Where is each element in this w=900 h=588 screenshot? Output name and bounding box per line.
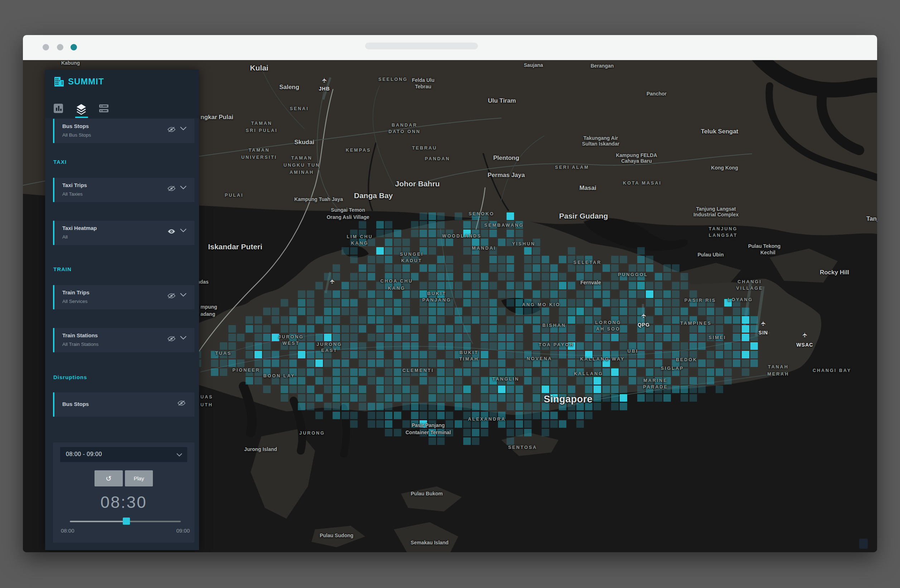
map-label: TAMAN <box>248 148 270 153</box>
layer-subtitle: All Train Stations <box>62 342 98 347</box>
map-label: KALLANG WAY <box>580 357 625 362</box>
layer-card-taxi-trips[interactable]: Taxi TripsAll Taxies <box>53 178 194 202</box>
current-time-display: 08:30 <box>53 492 194 512</box>
map-label: WSAC <box>796 342 813 348</box>
map-label: PANJANG <box>422 297 451 303</box>
layer-title: Bus Stops <box>62 123 89 129</box>
time-player-panel: 08:00 - 09:00 ↺ Play 08:30 08:00 09:00 <box>53 443 194 543</box>
expand-chevron-icon[interactable] <box>180 229 190 237</box>
visibility-off-eye-icon[interactable] <box>167 336 177 344</box>
visibility-off-eye-icon[interactable] <box>167 186 177 194</box>
map-label: mpung <box>200 304 217 310</box>
map-label: NOVENA <box>527 356 552 361</box>
tab-datasets[interactable] <box>99 104 111 115</box>
map-label: TANAH <box>768 364 789 370</box>
map-label: PANDAN <box>425 156 450 161</box>
map-label: SENTOSA <box>508 445 537 450</box>
expand-chevron-icon[interactable] <box>180 186 190 194</box>
window-minimize-button[interactable] <box>57 44 64 50</box>
airport-plane-icon: ✈ <box>801 332 809 337</box>
map-label: Teluk Sengat <box>701 128 739 135</box>
map-label: Saleng <box>279 84 299 91</box>
expand-chevron-icon[interactable] <box>180 293 190 302</box>
time-range-select[interactable]: 08:00 - 09:00 <box>60 447 187 462</box>
map-label: KANG <box>388 286 406 291</box>
map-label: PASIR RIS <box>684 298 716 303</box>
layer-card-bus-stops[interactable]: Bus Stops <box>53 392 194 417</box>
airport-plane-icon: ✈ <box>640 313 648 318</box>
airport-plane-icon: ✈ <box>329 279 336 284</box>
tab-layers[interactable] <box>76 104 88 115</box>
map-label: Saujana <box>524 62 543 68</box>
map-label: LORONG <box>595 320 621 325</box>
visibility-on-eye-icon[interactable] <box>167 229 177 237</box>
map-label: SENOKO <box>469 211 494 217</box>
map-label: MERAH <box>768 371 789 377</box>
map-label: PIONEER <box>232 368 260 373</box>
map-label: Berangan <box>591 63 614 69</box>
layer-card-taxi-heatmap[interactable]: Taxi HeatmapAll <box>53 221 194 245</box>
map-label: Pasir Panjang <box>412 422 445 428</box>
map-label: Jurong Island <box>244 446 277 452</box>
address-bar[interactable] <box>365 43 478 50</box>
map-label: Fernvale <box>580 280 601 285</box>
map-label: Kechil <box>760 250 776 255</box>
map-label: Sungai Temon <box>331 207 365 213</box>
map-label: Pulau Ubin <box>697 252 723 257</box>
visibility-off-eye-icon[interactable] <box>167 293 177 302</box>
tab-analytics[interactable] <box>53 104 65 115</box>
map-label: JURONG <box>278 334 304 339</box>
layer-card-train-stations[interactable]: Train StationsAll Train Stations <box>53 328 194 352</box>
map-label: SELETAR <box>574 260 601 265</box>
layer-card-bus-stops[interactable]: Bus StopsAll Bus Stops <box>53 119 194 143</box>
map-label: KOTA MASAI <box>623 181 661 186</box>
map-label: Felda Ulu <box>412 77 434 83</box>
layer-subtitle: All Services <box>62 299 88 304</box>
section-header-disruptions: Disruptions <box>53 374 87 380</box>
visibility-off-eye-icon[interactable] <box>167 127 177 135</box>
map-label: SRI PULAI <box>246 128 278 133</box>
map-label: Industrial Complex <box>694 212 739 217</box>
map-label: PULAI <box>225 193 244 198</box>
expand-chevron-icon[interactable] <box>180 336 190 344</box>
play-button[interactable]: Play <box>125 470 153 486</box>
expand-chevron-icon[interactable] <box>180 127 190 135</box>
time-range-value: 08:00 - 09:00 <box>66 451 102 458</box>
map-label: Tanjur <box>866 215 877 223</box>
map-label: TIMAH <box>459 357 479 362</box>
app-logo-building-icon <box>53 76 65 87</box>
layer-subtitle: All Taxies <box>62 191 83 197</box>
visibility-off-eye-icon[interactable] <box>177 400 187 409</box>
map-label: Kampung FELDA <box>616 152 657 158</box>
map-label: BOON LAY <box>264 373 295 378</box>
window-zoom-button[interactable] <box>70 44 77 50</box>
map-label: KEMPAS <box>346 148 371 153</box>
map-label: WEST <box>282 341 299 346</box>
map-attribution[interactable] <box>859 538 868 549</box>
reset-button[interactable]: ↺ <box>95 470 123 486</box>
map-label: UTH <box>200 402 213 407</box>
map-label: Cahaya Baru <box>621 158 652 164</box>
sidebar: SUMMIT Bus StopsAll Bus StopsTAXITaxi Tr… <box>45 70 199 550</box>
map-label: CHOA CHU <box>380 279 413 284</box>
map-label: JURONG <box>317 342 342 347</box>
map-label: Takungang Air <box>583 135 618 141</box>
slider-end-label: 09:00 <box>176 528 190 534</box>
map-label: LIM CHU <box>346 234 373 239</box>
map-label: Pulau Tekong <box>748 243 781 249</box>
map-label: TANGLIN <box>492 377 520 382</box>
map-label: UBI <box>628 349 639 354</box>
section-header-taxi: TAXI <box>53 159 67 165</box>
map-label: LANGSAT <box>709 233 738 238</box>
layer-card-train-trips[interactable]: Train TripsAll Services <box>53 285 194 309</box>
map-label: UNIVERSITI <box>241 155 277 160</box>
map-label: BUKIT <box>459 350 478 355</box>
map-label: SIGLAP <box>661 366 684 371</box>
map-label: Masai <box>579 184 596 192</box>
app-title: SUMMIT <box>68 77 104 87</box>
time-slider-handle[interactable] <box>123 518 130 525</box>
window-close-button[interactable] <box>43 44 49 50</box>
map-label: YISHUN <box>512 241 535 246</box>
map-label: AH SOO <box>596 326 620 331</box>
map-label: SERI ALAM <box>555 165 589 170</box>
